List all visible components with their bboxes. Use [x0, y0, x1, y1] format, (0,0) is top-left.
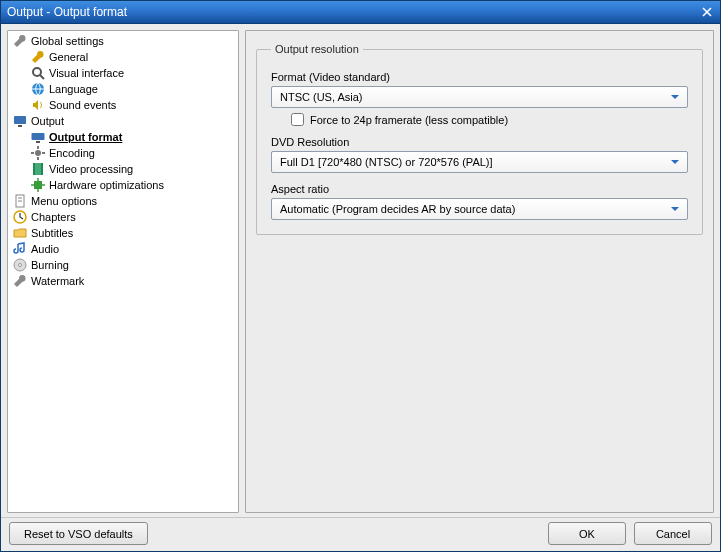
- tree-burning[interactable]: Burning: [8, 257, 238, 273]
- reset-defaults-label: Reset to VSO defaults: [24, 528, 133, 540]
- output-resolution-group: Output resolution Format (Video standard…: [256, 43, 703, 235]
- dvd-resolution-value: Full D1 [720*480 (NTSC) or 720*576 (PAL)…: [280, 156, 493, 168]
- wrench-gold-icon: [30, 49, 46, 65]
- svg-rect-15: [34, 181, 42, 189]
- force-24p-checkbox[interactable]: [291, 113, 304, 126]
- film-icon: [30, 161, 46, 177]
- cancel-button[interactable]: Cancel: [634, 522, 712, 545]
- tree-subtitles[interactable]: Subtitles: [8, 225, 238, 241]
- svg-line-1: [40, 75, 44, 79]
- aspect-ratio-dropdown[interactable]: Automatic (Program decides AR by source …: [271, 198, 688, 220]
- close-icon: [702, 7, 712, 17]
- format-value: NTSC (US, Asia): [280, 91, 363, 103]
- cog-icon: [30, 145, 46, 161]
- note-icon: [12, 241, 28, 257]
- window-title: Output - Output format: [7, 5, 127, 19]
- tree-item-label: Subtitles: [31, 225, 73, 241]
- titlebar: Output - Output format: [1, 1, 720, 24]
- tree-item-label: Video processing: [49, 161, 133, 177]
- svg-rect-14: [41, 163, 43, 175]
- wrench-icon: [12, 273, 28, 289]
- footer: Reset to VSO defaults OK Cancel: [1, 517, 720, 551]
- monitor-icon: [12, 113, 28, 129]
- monitor-wide-icon: [30, 129, 46, 145]
- tree-item-label: Global settings: [31, 33, 104, 49]
- tree-item-label: Watermark: [31, 273, 84, 289]
- tree-chapters[interactable]: Chapters: [8, 209, 238, 225]
- tree-item-label: Language: [49, 81, 98, 97]
- tree-item-label: Hardware optimizations: [49, 177, 164, 193]
- tree-sound-events[interactable]: Sound events: [8, 97, 238, 113]
- clock-icon: [12, 209, 28, 225]
- wrench-icon: [12, 33, 28, 49]
- tree-general[interactable]: General: [8, 49, 238, 65]
- chevron-down-icon: [667, 89, 683, 105]
- tree-item-label: Chapters: [31, 209, 76, 225]
- tree-language[interactable]: Language: [8, 81, 238, 97]
- aspect-ratio-value: Automatic (Program decides AR by source …: [280, 203, 515, 215]
- doc-icon: [12, 193, 28, 209]
- svg-point-0: [33, 68, 41, 76]
- tree-item-label: Output format: [49, 129, 122, 145]
- tree-item-label: Encoding: [49, 145, 95, 161]
- settings-tree: Global settingsGeneralVisual interfaceLa…: [7, 30, 239, 513]
- content-panel: Output resolution Format (Video standard…: [245, 30, 714, 513]
- tree-menu-options[interactable]: Menu options: [8, 193, 238, 209]
- aspect-ratio-label: Aspect ratio: [271, 183, 688, 195]
- speaker-icon: [30, 97, 46, 113]
- svg-rect-3: [14, 116, 26, 124]
- chevron-down-icon: [667, 201, 683, 217]
- group-title: Output resolution: [271, 43, 363, 55]
- chip-icon: [30, 177, 46, 193]
- dvd-resolution-dropdown[interactable]: Full D1 [720*480 (NTSC) or 720*576 (PAL)…: [271, 151, 688, 173]
- svg-rect-6: [36, 141, 40, 143]
- svg-rect-5: [32, 133, 45, 140]
- tree-video-processing[interactable]: Video processing: [8, 161, 238, 177]
- tree-item-label: Menu options: [31, 193, 97, 209]
- globe-icon: [30, 81, 46, 97]
- tree-output-format[interactable]: Output format: [8, 129, 238, 145]
- svg-rect-4: [18, 125, 22, 127]
- tree-item-label: Visual interface: [49, 65, 124, 81]
- close-button[interactable]: [698, 4, 716, 20]
- svg-rect-13: [33, 163, 35, 175]
- tree-item-label: Audio: [31, 241, 59, 257]
- force-24p-label: Force to 24p framerate (less compatible): [310, 114, 508, 126]
- tree-output[interactable]: Output: [8, 113, 238, 129]
- tree-watermark[interactable]: Watermark: [8, 273, 238, 289]
- svg-point-25: [19, 264, 22, 267]
- cancel-label: Cancel: [656, 528, 690, 540]
- tree-global-settings[interactable]: Global settings: [8, 33, 238, 49]
- tree-item-label: Burning: [31, 257, 69, 273]
- format-label: Format (Video standard): [271, 71, 688, 83]
- folder-icon: [12, 225, 28, 241]
- svg-point-7: [35, 150, 41, 156]
- tree-item-label: Sound events: [49, 97, 116, 113]
- reset-defaults-button[interactable]: Reset to VSO defaults: [9, 522, 148, 545]
- tree-visual-interface[interactable]: Visual interface: [8, 65, 238, 81]
- tree-item-label: General: [49, 49, 88, 65]
- disc-icon: [12, 257, 28, 273]
- format-dropdown[interactable]: NTSC (US, Asia): [271, 86, 688, 108]
- tree-encoding[interactable]: Encoding: [8, 145, 238, 161]
- tree-audio[interactable]: Audio: [8, 241, 238, 257]
- ok-button[interactable]: OK: [548, 522, 626, 545]
- ok-label: OK: [579, 528, 595, 540]
- tree-item-label: Output: [31, 113, 64, 129]
- chevron-down-icon: [667, 154, 683, 170]
- tree-hardware-optimizations[interactable]: Hardware optimizations: [8, 177, 238, 193]
- dvd-resolution-label: DVD Resolution: [271, 136, 688, 148]
- magnifier-icon: [30, 65, 46, 81]
